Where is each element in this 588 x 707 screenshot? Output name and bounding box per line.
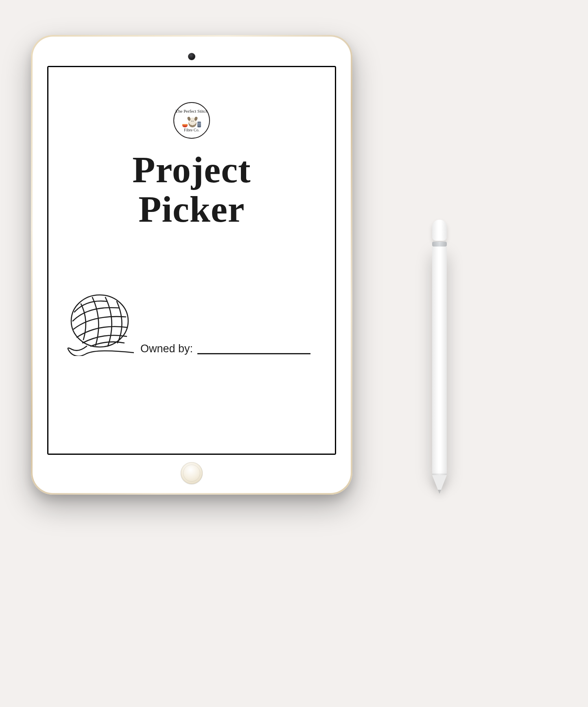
home-button[interactable] xyxy=(181,462,203,484)
screen[interactable]: The Perfect Stitch • • Fibre Co. Project… xyxy=(48,67,335,454)
title-line-2: Picker xyxy=(48,190,335,229)
dog-bowl-icon xyxy=(182,124,188,127)
logo-bottom-text: Fibre Co. xyxy=(184,128,199,132)
pencil-nib-icon xyxy=(438,490,441,494)
document-cover: The Perfect Stitch • • Fibre Co. Project… xyxy=(48,67,335,454)
camera-icon xyxy=(188,53,195,60)
brand-logo: The Perfect Stitch • • Fibre Co. xyxy=(173,102,210,139)
owned-by-input[interactable] xyxy=(197,340,310,352)
pencil-body xyxy=(432,247,447,474)
owned-by-row: Owned by: xyxy=(62,295,310,356)
logo-illustration-icon: • • xyxy=(182,114,201,127)
yarn-spool-icon xyxy=(197,122,201,127)
pencil-cap xyxy=(432,220,447,241)
logo-top-text: The Perfect Stitch xyxy=(175,109,208,113)
title-line-1: Project xyxy=(48,150,335,190)
ipad-device: The Perfect Stitch • • Fibre Co. Project… xyxy=(31,35,352,495)
page-title: Project Picker xyxy=(48,150,335,229)
owned-by-label: Owned by: xyxy=(140,343,193,355)
owned-by-line xyxy=(197,353,310,354)
dog-icon: • • xyxy=(188,118,197,127)
yarn-ball-icon xyxy=(62,292,134,356)
apple-pencil[interactable] xyxy=(431,220,448,496)
screen-bezel: The Perfect Stitch • • Fibre Co. Project… xyxy=(47,66,336,455)
ipad-body: The Perfect Stitch • • Fibre Co. Project… xyxy=(33,37,351,493)
pencil-band xyxy=(432,242,447,247)
